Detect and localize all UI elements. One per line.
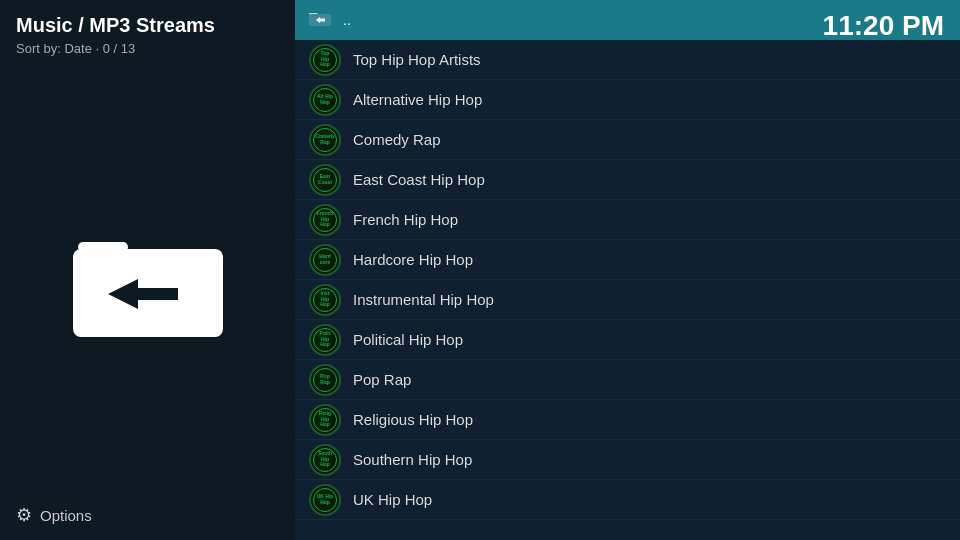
item-label: Political Hip Hop bbox=[353, 331, 463, 348]
thumb-inner: Inst Hip Hop bbox=[313, 288, 337, 312]
item-thumbnail: Inst Hip Hop bbox=[309, 284, 341, 316]
page-title: Music / MP3 Streams bbox=[0, 0, 295, 41]
back-folder-icon bbox=[309, 9, 331, 31]
options-label: Options bbox=[40, 507, 92, 524]
thumb-inner: French Hip Hop bbox=[313, 208, 337, 232]
item-thumbnail: UK Hip Hop bbox=[309, 484, 341, 516]
thumb-inner: UK Hip Hop bbox=[313, 488, 337, 512]
back-label: .. bbox=[343, 12, 351, 28]
list: Top Hip HopTop Hip Hop ArtistsAlt Hip Ho… bbox=[295, 40, 960, 520]
thumb-inner: Top Hip Hop bbox=[313, 48, 337, 72]
item-thumbnail: East Coast bbox=[309, 164, 341, 196]
item-label: Alternative Hip Hop bbox=[353, 91, 482, 108]
list-item[interactable]: French Hip HopFrench Hip Hop bbox=[295, 200, 960, 240]
item-label: Instrumental Hip Hop bbox=[353, 291, 494, 308]
list-item[interactable]: East CoastEast Coast Hip Hop bbox=[295, 160, 960, 200]
thumb-inner: Pop Rap bbox=[313, 368, 337, 392]
item-thumbnail: Hard core bbox=[309, 244, 341, 276]
thumb-inner: South Hip Hop bbox=[313, 448, 337, 472]
thumb-inner: Comedy Rap bbox=[313, 128, 337, 152]
item-label: Comedy Rap bbox=[353, 131, 441, 148]
folder-icon-area bbox=[0, 68, 295, 490]
svg-rect-7 bbox=[320, 19, 325, 22]
list-item[interactable]: Pop RapPop Rap bbox=[295, 360, 960, 400]
list-item[interactable]: UK Hip HopUK Hip Hop bbox=[295, 480, 960, 520]
item-label: Top Hip Hop Artists bbox=[353, 51, 481, 68]
back-folder-svg bbox=[309, 9, 331, 27]
item-label: East Coast Hip Hop bbox=[353, 171, 485, 188]
list-item[interactable]: Polit Hip HopPolitical Hip Hop bbox=[295, 320, 960, 360]
list-item[interactable]: Comedy RapComedy Rap bbox=[295, 120, 960, 160]
item-label: French Hip Hop bbox=[353, 211, 458, 228]
list-item[interactable]: Relig Hip HopReligious Hip Hop bbox=[295, 400, 960, 440]
svg-rect-3 bbox=[138, 288, 178, 300]
item-thumbnail: Pop Rap bbox=[309, 364, 341, 396]
list-item[interactable]: Hard coreHardcore Hip Hop bbox=[295, 240, 960, 280]
folder-back-icon bbox=[68, 214, 228, 344]
item-thumbnail: Polit Hip Hop bbox=[309, 324, 341, 356]
thumb-inner: Hard core bbox=[313, 248, 337, 272]
item-thumbnail: Comedy Rap bbox=[309, 124, 341, 156]
list-item[interactable]: Top Hip HopTop Hip Hop Artists bbox=[295, 40, 960, 80]
thumb-inner: Polit Hip Hop bbox=[313, 328, 337, 352]
left-panel: Music / MP3 Streams Sort by: Date · 0 / … bbox=[0, 0, 295, 540]
item-thumbnail: Top Hip Hop bbox=[309, 44, 341, 76]
list-item[interactable]: Alt Hip HopAlternative Hip Hop bbox=[295, 80, 960, 120]
options-bar[interactable]: ⚙ Options bbox=[0, 490, 295, 540]
item-label: Southern Hip Hop bbox=[353, 451, 472, 468]
thumb-inner: Relig Hip Hop bbox=[313, 408, 337, 432]
list-item[interactable]: Inst Hip HopInstrumental Hip Hop bbox=[295, 280, 960, 320]
item-thumbnail: South Hip Hop bbox=[309, 444, 341, 476]
clock: 11:20 PM bbox=[823, 10, 944, 42]
thumb-inner: Alt Hip Hop bbox=[313, 88, 337, 112]
list-item[interactable]: South Hip HopSouthern Hip Hop bbox=[295, 440, 960, 480]
item-thumbnail: Relig Hip Hop bbox=[309, 404, 341, 436]
item-thumbnail: Alt Hip Hop bbox=[309, 84, 341, 116]
item-label: Pop Rap bbox=[353, 371, 411, 388]
sort-info: Sort by: Date · 0 / 13 bbox=[0, 41, 295, 68]
right-panel: 11:20 PM .. Top Hip HopTop Hip Hop Artis… bbox=[295, 0, 960, 540]
item-thumbnail: French Hip Hop bbox=[309, 204, 341, 236]
item-label: Hardcore Hip Hop bbox=[353, 251, 473, 268]
thumb-inner: East Coast bbox=[313, 168, 337, 192]
settings-icon: ⚙ bbox=[16, 504, 32, 526]
item-label: UK Hip Hop bbox=[353, 491, 432, 508]
item-label: Religious Hip Hop bbox=[353, 411, 473, 428]
